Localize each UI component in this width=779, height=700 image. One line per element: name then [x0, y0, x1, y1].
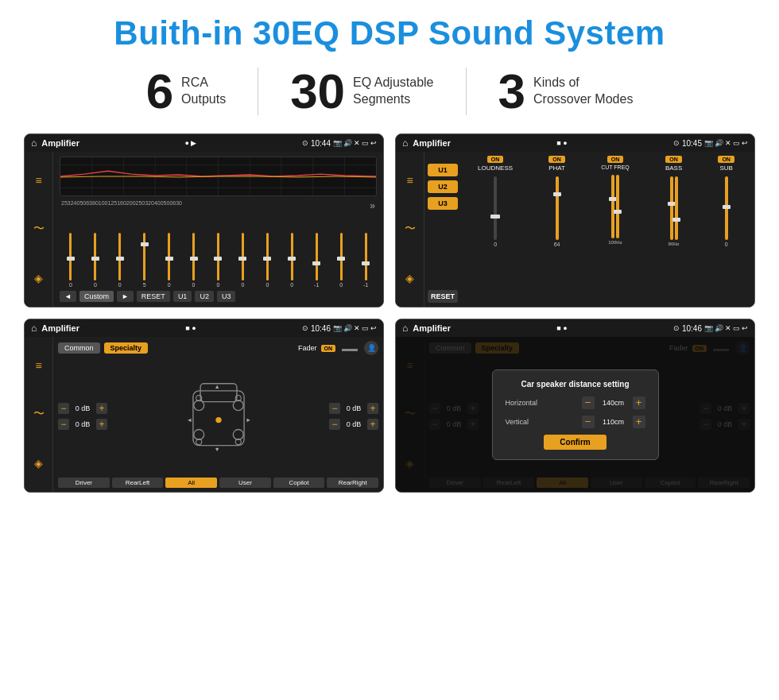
- xo-volume-ctrl-icon[interactable]: ◈: [405, 272, 414, 284]
- freq-63: 63: [86, 200, 92, 211]
- xo-status-icons: 📷 🔊 ✕ ▭ ↩: [704, 139, 748, 147]
- xo-tune-icon[interactable]: ≡: [406, 174, 413, 187]
- eq-slider-8[interactable]: 0: [231, 224, 254, 288]
- eq-slider-2[interactable]: 0: [84, 224, 107, 288]
- fader-home-icon[interactable]: ⌂: [31, 323, 37, 334]
- fader-side-panel: ≡ 〜 ◈: [25, 337, 53, 492]
- xo-u3-btn[interactable]: U3: [428, 197, 458, 210]
- fader-batt-icon: ▭: [362, 324, 369, 332]
- eq-u2-btn[interactable]: U2: [195, 291, 214, 302]
- eq-slider-7[interactable]: 0: [207, 224, 230, 288]
- eq-slider-3[interactable]: 0: [109, 224, 131, 288]
- eq-u1-btn[interactable]: U1: [173, 291, 192, 302]
- fader-status-bar: ⌂ Amplifier ■ ● ⊙ 10:46 📷 🔊 ✕ ▭ ↩: [25, 319, 383, 337]
- xo-u2-btn[interactable]: U2: [428, 180, 458, 193]
- svg-text:►: ►: [245, 416, 250, 423]
- battery-icon: ▭: [362, 139, 369, 147]
- eq-slider-9[interactable]: 0: [256, 224, 278, 288]
- svg-point-15: [233, 430, 243, 440]
- fader-wave-icon[interactable]: 〜: [33, 407, 45, 421]
- xo-home-icon[interactable]: ⌂: [402, 137, 408, 149]
- stat-rca-number: 6: [146, 67, 173, 116]
- fader-person-icon[interactable]: 👤: [364, 341, 378, 355]
- xo-loudness-val: 0: [494, 242, 497, 247]
- eq-tune-icon[interactable]: ≡: [35, 174, 41, 187]
- dialog-home-icon[interactable]: ⌂: [402, 323, 408, 334]
- dialog-status-bar: ⌂ Amplifier ■ ● ⊙ 10:46 📷 🔊 ✕ ▭ ↩: [396, 319, 754, 337]
- fader-user-btn[interactable]: User: [219, 478, 271, 488]
- fader-rearright-btn[interactable]: RearRight: [327, 478, 378, 488]
- eq-slider-4[interactable]: 5: [134, 224, 156, 288]
- dialog-vertical-plus[interactable]: +: [633, 416, 645, 428]
- dialog-status-icons: 📷 🔊 ✕ ▭ ↩: [704, 324, 748, 332]
- xo-bass-label: BASS: [665, 164, 682, 172]
- eq-slider-11[interactable]: -1: [305, 224, 327, 288]
- eq-app-name: Amplifier: [41, 138, 79, 148]
- freq-125: 125: [107, 200, 117, 211]
- eq-prev-btn[interactable]: ◄: [60, 291, 76, 302]
- xo-u1-btn[interactable]: U1: [428, 164, 458, 176]
- eq-reset-btn[interactable]: RESET: [137, 291, 170, 302]
- eq-slider-13[interactable]: -1: [355, 224, 377, 288]
- eq-volume-icon[interactable]: ◈: [34, 272, 43, 284]
- fader-tab-common[interactable]: Common: [58, 342, 100, 354]
- fader-rl-plus[interactable]: +: [96, 419, 107, 430]
- fader-driver-btn[interactable]: Driver: [58, 478, 110, 488]
- xo-bass-toggle[interactable]: ON: [665, 156, 682, 163]
- dialog-vertical-value: 110cm: [598, 418, 630, 426]
- fader-fr-minus[interactable]: −: [329, 403, 340, 414]
- eq-screen-content: ≡ 〜 ◈: [25, 152, 383, 307]
- fader-on-toggle[interactable]: ON: [321, 345, 336, 352]
- fader-fl-minus[interactable]: −: [58, 403, 69, 414]
- eq-next-btn[interactable]: ►: [117, 291, 134, 302]
- fader-copilot-btn[interactable]: Copilot: [273, 478, 325, 488]
- fader-rearleft-btn[interactable]: RearLeft: [112, 478, 164, 488]
- home-icon[interactable]: ⌂: [31, 137, 37, 149]
- dlg-vol-icon: 🔊: [715, 324, 723, 332]
- xo-sub-toggle[interactable]: ON: [718, 156, 734, 163]
- fader-back-icon: ↩: [370, 324, 377, 332]
- fader-rr-minus[interactable]: −: [329, 419, 340, 430]
- freq-200: 200: [126, 200, 136, 211]
- eq-u3-btn[interactable]: U3: [217, 291, 236, 302]
- fader-tab-specialty[interactable]: Specialty: [104, 342, 149, 354]
- xo-location-icon: ⊙: [673, 139, 680, 147]
- dialog-vertical-minus[interactable]: −: [582, 416, 595, 428]
- dialog-confirm-button[interactable]: Confirm: [544, 435, 606, 450]
- xo-loudness-label: LOUDNESS: [478, 164, 513, 172]
- fader-all-btn[interactable]: All: [165, 478, 217, 488]
- freq-630: 630: [172, 200, 182, 211]
- xo-phat-toggle[interactable]: ON: [548, 156, 565, 163]
- dialog-horizontal-minus[interactable]: −: [582, 396, 595, 409]
- fader-fr-plus[interactable]: +: [367, 403, 378, 414]
- eq-slider-12[interactable]: 0: [330, 224, 352, 288]
- speaker-distance-dialog: Car speaker distance setting Horizontal …: [492, 369, 659, 460]
- eq-slider-5[interactable]: 0: [158, 224, 180, 288]
- eq-custom-btn[interactable]: Custom: [79, 291, 114, 302]
- stat-crossover-number: 3: [498, 67, 525, 116]
- fader-db-rear-left: − 0 dB +: [58, 419, 107, 430]
- fader-volume-icon[interactable]: ◈: [34, 457, 43, 470]
- dialog-horizontal-plus[interactable]: +: [633, 396, 645, 409]
- freq-32: 32: [68, 200, 74, 211]
- fader-tune-icon[interactable]: ≡: [35, 359, 41, 372]
- xo-loudness-toggle[interactable]: ON: [487, 156, 504, 163]
- eq-side-panel: ≡ 〜 ◈: [25, 152, 53, 307]
- fader-rr-plus[interactable]: +: [367, 419, 378, 430]
- fader-rr-val: 0 dB: [343, 420, 365, 428]
- xo-cutfreq-toggle[interactable]: ON: [607, 156, 624, 163]
- fader-db-front-left: − 0 dB +: [58, 403, 107, 414]
- eq-slider-6[interactable]: 0: [183, 224, 205, 288]
- xo-wave-icon[interactable]: 〜: [405, 222, 416, 236]
- eq-graph: [60, 157, 377, 196]
- eq-slider-1[interactable]: 0: [60, 224, 82, 288]
- eq-slider-10[interactable]: 0: [281, 224, 303, 288]
- fader-fl-plus[interactable]: +: [96, 403, 107, 414]
- freq-25: 25: [61, 200, 68, 211]
- fader-rl-minus[interactable]: −: [58, 419, 69, 430]
- eq-wave-icon[interactable]: 〜: [33, 222, 45, 236]
- dialog-overlay: Car speaker distance setting Horizontal …: [396, 337, 754, 492]
- eq-sliders-row: 0 0 0 5 0 0 0 0 0 0 -1 0 -1: [60, 215, 377, 288]
- expand-icon[interactable]: »: [370, 200, 375, 211]
- xo-reset-btn[interactable]: RESET: [428, 290, 458, 303]
